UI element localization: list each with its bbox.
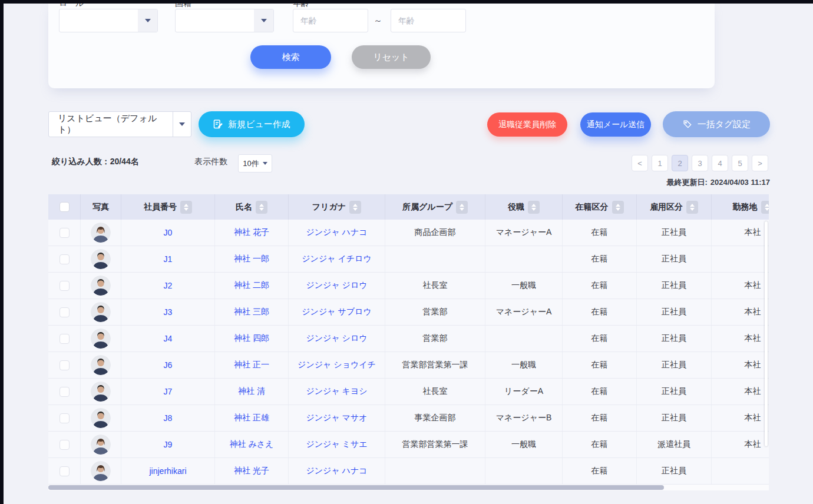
employee-no-link[interactable]: J1 xyxy=(164,254,173,264)
furigana-link[interactable]: ジンジャ ハナコ xyxy=(306,466,367,476)
furigana-link[interactable]: ジンジャ シロウ xyxy=(306,333,367,344)
row-checkbox[interactable] xyxy=(60,466,70,476)
furigana-link[interactable]: ジンジャ マサオ xyxy=(306,413,367,423)
employee-no-link[interactable]: J0 xyxy=(164,228,173,237)
furigana-link[interactable]: ジンジャ キヨシ xyxy=(306,386,367,397)
employee-name-link[interactable]: 神社 三郎 xyxy=(234,307,269,317)
employee-no-link[interactable]: jinjerhikari xyxy=(149,466,186,476)
row-checkbox[interactable] xyxy=(60,254,70,264)
row-checkbox[interactable] xyxy=(60,440,70,450)
reset-button[interactable]: リセット xyxy=(352,45,431,69)
furigana-link[interactable]: ジンジャ ジロウ xyxy=(306,280,367,291)
age-from-input[interactable] xyxy=(293,9,368,32)
create-view-button[interactable]: 新規ビュー作成 xyxy=(199,111,305,137)
employee-no-link[interactable]: J8 xyxy=(164,413,173,423)
employee-no-link[interactable]: J6 xyxy=(164,360,173,370)
furigana-cell: ジンジャ マサオ xyxy=(288,405,385,431)
send-notification-mail-button[interactable]: 通知メール送信 xyxy=(580,112,651,137)
row-select-cell xyxy=(48,352,80,378)
employee-no-cell: J0 xyxy=(121,220,214,246)
furigana-cell: ジンジャ イチロウ xyxy=(288,246,385,272)
employee-name-link[interactable]: 神社 光子 xyxy=(234,466,269,476)
row-checkbox[interactable] xyxy=(60,281,70,291)
pagination-page-2[interactable]: 2 xyxy=(672,155,688,171)
name-cell: 神社 二郎 xyxy=(214,273,288,299)
row-checkbox[interactable] xyxy=(60,334,70,344)
furigana-link[interactable]: ジンジャ ミサエ xyxy=(306,439,367,450)
row-checkbox[interactable] xyxy=(60,228,70,238)
furigana-link[interactable]: ジンジャ イチロウ xyxy=(302,254,372,264)
chevron-down-icon xyxy=(173,112,191,137)
pagination-page-4[interactable]: 4 xyxy=(712,155,728,171)
enrollment-cell: 在籍 xyxy=(562,458,636,484)
sort-button[interactable] xyxy=(686,201,698,214)
sort-button[interactable] xyxy=(180,201,192,214)
table-header-row: 写真社員番号氏名フリガナ所属グループ役職在籍区分雇用区分勤務地 xyxy=(48,194,769,220)
name-cell: 神社 一郎 xyxy=(214,246,288,272)
bulk-tag-button[interactable]: 一括タグ設定 xyxy=(663,111,770,137)
employee-no-link[interactable]: J2 xyxy=(164,281,173,290)
employee-name-link[interactable]: 神社 四郎 xyxy=(234,333,269,344)
pagination-page-1[interactable]: 1 xyxy=(652,155,668,171)
sort-button[interactable] xyxy=(761,201,769,214)
select-all-cell xyxy=(48,194,80,220)
vertical-scrollbar-thumb[interactable] xyxy=(765,221,768,446)
sort-button[interactable] xyxy=(256,201,267,214)
pagination-page-3[interactable]: 3 xyxy=(692,155,708,171)
employee-name-link[interactable]: 神社 正一 xyxy=(234,360,269,370)
sort-button[interactable] xyxy=(349,201,361,214)
sort-button[interactable] xyxy=(528,201,540,214)
employee-no-link[interactable]: J4 xyxy=(164,334,173,343)
employment-value: 正社員 xyxy=(662,360,686,370)
table-row: J9神社 みさえジンジャ ミサエ営業部営業第一課一般職在籍派遣社員本社 xyxy=(48,432,769,458)
age-to-input[interactable] xyxy=(391,9,466,32)
enrollment-cell: 在籍 xyxy=(562,405,636,431)
list-view-select[interactable]: リストビュー（デフォルト） xyxy=(48,111,191,137)
row-checkbox[interactable] xyxy=(60,413,70,423)
location-value: 本社 xyxy=(745,280,761,291)
employee-no-link[interactable]: J9 xyxy=(164,440,173,449)
employee-no-cell: jinjerhikari xyxy=(121,458,214,484)
position-cell xyxy=(485,458,562,484)
row-select-cell xyxy=(48,458,80,484)
furigana-link[interactable]: ジンジャ ショウイチ xyxy=(298,360,376,370)
pagination-prev-button[interactable]: < xyxy=(632,155,648,171)
delete-retired-button[interactable]: 退職従業員削除 xyxy=(487,112,567,137)
row-checkbox[interactable] xyxy=(60,387,70,397)
sort-button[interactable] xyxy=(612,201,624,214)
horizontal-scrollbar-track[interactable] xyxy=(48,485,769,490)
furigana-link[interactable]: ジンジャ ハナコ xyxy=(306,227,367,238)
employee-no-cell: J1 xyxy=(121,246,214,272)
chevron-down-icon xyxy=(138,9,157,32)
employee-no-link[interactable]: J7 xyxy=(164,387,173,396)
employee-name-link[interactable]: 神社 正雄 xyxy=(234,413,269,423)
employee-name-link[interactable]: 神社 花子 xyxy=(234,227,269,238)
row-checkbox[interactable] xyxy=(60,360,70,370)
role-select[interactable] xyxy=(59,9,158,32)
employee-name-link[interactable]: 神社 一郎 xyxy=(234,254,269,264)
nationality-select[interactable] xyxy=(175,9,274,32)
page-size-select[interactable]: 10件 xyxy=(238,154,272,173)
employee-name-link[interactable]: 神社 みさえ xyxy=(230,439,274,450)
enrollment-value: 在籍 xyxy=(591,386,608,397)
select-all-checkbox[interactable] xyxy=(60,202,70,212)
horizontal-scrollbar-thumb[interactable] xyxy=(48,485,664,490)
employment-value: 正社員 xyxy=(662,386,686,397)
pagination-page-5[interactable]: 5 xyxy=(732,155,748,171)
position-cell: マネージャーA xyxy=(485,220,562,246)
search-button[interactable]: 検索 xyxy=(250,45,331,69)
sort-button[interactable] xyxy=(456,201,468,214)
enrollment-value: 在籍 xyxy=(591,254,608,264)
employment-cell: 正社員 xyxy=(636,273,711,299)
employee-no-link[interactable]: J3 xyxy=(164,307,173,317)
employee-name-link[interactable]: 神社 清 xyxy=(238,386,265,397)
page-size-label: 表示件数 xyxy=(194,157,227,167)
position-cell: 一般職 xyxy=(485,432,562,457)
enrollment-value: 在籍 xyxy=(591,466,608,476)
employee-name-link[interactable]: 神社 二郎 xyxy=(234,280,269,291)
pagination-next-button[interactable]: > xyxy=(752,155,768,171)
furigana-link[interactable]: ジンジャ サブロウ xyxy=(302,307,372,317)
table-row: J8神社 正雄ジンジャ マサオ事業企画部マネージャーB在籍正社員本社 xyxy=(48,405,769,432)
row-checkbox[interactable] xyxy=(60,307,70,317)
name-cell: 神社 正一 xyxy=(214,352,288,378)
